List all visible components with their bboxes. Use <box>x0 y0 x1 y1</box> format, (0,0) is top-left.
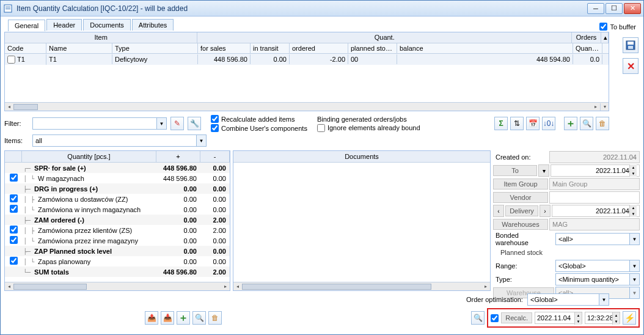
qty-row[interactable]: └─ SUM totals448 596.802.00 <box>5 267 230 277</box>
col-name[interactable]: Name <box>46 43 112 53</box>
recalc-date-field[interactable]: 2022.11.04▲▼ <box>535 312 582 324</box>
delivery-button[interactable]: Delivery <box>505 205 538 216</box>
col-code[interactable]: Code <box>5 43 46 53</box>
app-icon <box>3 4 13 13</box>
qty-row[interactable]: ├─ DRG in progress (+)0.000.00 <box>5 183 230 194</box>
warehouses-button[interactable]: Warehouses <box>493 219 548 230</box>
col-intransit[interactable]: in transit <box>251 43 290 53</box>
qty-row[interactable]: │ └ W magazynach448 596.800.00 <box>5 173 230 183</box>
scroll-up-icon[interactable]: ▴ <box>601 32 609 43</box>
qty-row-checkbox[interactable] <box>10 226 18 234</box>
recalc-checkbox[interactable] <box>491 314 499 322</box>
window-title: Item Quantity Calculation [IQC-10/22] - … <box>16 4 587 13</box>
qty-row[interactable]: │ └ Zamówiona w innych magazynach0.000.0… <box>5 204 230 215</box>
qty-row-checkbox[interactable] <box>10 174 18 182</box>
to-date-field[interactable]: 2022.11.04▲▼ <box>551 164 640 177</box>
zero-icon[interactable]: ↓0↓ <box>542 117 555 130</box>
qty-hscroll[interactable]: ◂▸ <box>5 282 230 290</box>
ignore-checkbox[interactable] <box>317 124 325 132</box>
to-dropdown-icon[interactable]: ▾ <box>538 164 549 177</box>
created-on-field: 2022.11.04 <box>549 151 640 163</box>
maximize-button[interactable]: ☐ <box>606 3 623 14</box>
item-group-button[interactable]: Item Group <box>493 179 548 190</box>
trash-icon[interactable]: 🗑 <box>596 117 609 130</box>
qty-row[interactable]: │ └ Zamówiona przez inne magazyny0.000.0… <box>5 235 230 246</box>
recalc-button[interactable]: Recalc. <box>501 312 532 323</box>
filter-label: Filter: <box>4 120 29 127</box>
qty-row-checkbox[interactable] <box>10 194 18 202</box>
minimize-button[interactable]: ─ <box>587 3 604 14</box>
grid-group-quant: Quant. <box>197 32 572 43</box>
qty-row[interactable]: │ ├ Zamówiona u dostawców (ZZ)0.000.00 <box>5 194 230 204</box>
grid-group-orders: Orders <box>572 32 601 43</box>
tab-attributes[interactable]: Attributes <box>132 19 174 31</box>
filter-edit-icon[interactable]: ✎ <box>170 117 184 130</box>
tab-bar: General Header Documents Attributes <box>4 17 177 31</box>
grid-group-item: Item <box>5 32 197 43</box>
items-combo[interactable]: all▼ <box>32 134 207 147</box>
sigma-icon[interactable]: Σ <box>494 117 508 130</box>
bonded-combo[interactable]: <all>▼ <box>555 233 640 245</box>
svg-rect-1 <box>5 7 10 7</box>
run-icon[interactable]: ⚡ <box>623 311 636 325</box>
svg-rect-5 <box>628 46 633 49</box>
row-checkbox[interactable] <box>7 56 15 64</box>
combine-checkbox[interactable] <box>211 124 219 132</box>
qty-row-checkbox[interactable] <box>10 205 18 213</box>
qty-row[interactable]: ├─ ZAP Planned stock level0.000.00 <box>5 246 230 256</box>
chevron-down-icon: ▼ <box>156 118 166 129</box>
import-icon[interactable]: 📥 <box>161 311 174 325</box>
recalc-time-field[interactable]: 12:32:28▲▼ <box>585 312 620 324</box>
find-icon[interactable]: 🔍 <box>192 311 206 325</box>
recalc-added-checkbox[interactable] <box>211 115 219 123</box>
titlebar: Item Quantity Calculation [IQC-10/22] - … <box>1 1 643 17</box>
qty-row-checkbox[interactable] <box>10 236 18 244</box>
delivery-next-icon[interactable]: › <box>540 205 551 217</box>
calendar-icon[interactable]: 📅 <box>526 117 540 130</box>
qty-row-checkbox[interactable] <box>10 257 18 265</box>
grid-hscroll[interactable]: ◂▸ ▾ <box>5 102 609 111</box>
range-combo[interactable]: <Global>▼ <box>555 260 640 272</box>
qty-row[interactable]: │ ├ Zamówiona przez klientów (ZS)0.002.0… <box>5 225 230 235</box>
to-buffer-checkbox[interactable] <box>599 23 607 31</box>
add-row-icon[interactable]: ＋ <box>177 311 190 325</box>
type-combo[interactable]: <Minimum quantity>▼ <box>555 273 640 285</box>
delete-icon[interactable]: ✕ <box>623 58 639 74</box>
vendor-field[interactable] <box>549 191 640 204</box>
item-grid: Item Quant. Orders ▴ Code Name Type for … <box>4 32 609 111</box>
filter-combo[interactable]: ▼ <box>32 117 167 130</box>
vendor-button[interactable]: Vendor <box>493 192 548 203</box>
filter-build-icon[interactable]: 🔧 <box>188 117 201 130</box>
side-form: Created on: 2022.11.04 To ▾ 2022.11.04▲▼… <box>493 150 640 291</box>
col-ordered[interactable]: ordered <box>290 43 348 53</box>
doc-search-icon[interactable]: 🔍 <box>471 311 485 325</box>
col-forsales[interactable]: for sales <box>198 43 251 53</box>
grid-row[interactable]: T1 T1 Deficytowy 448 596.80 0.00 -2.00 0… <box>5 54 609 65</box>
col-planned[interactable]: planned stocks <box>348 43 397 53</box>
col-balance[interactable]: balance <box>397 43 573 53</box>
doc-hscroll[interactable]: ◂▸ <box>233 282 490 290</box>
tab-header[interactable]: Header <box>46 19 82 31</box>
export-icon[interactable]: 📤 <box>145 311 158 325</box>
qty-row[interactable]: ┌─ SPR· for sale (+)448 596.800.00 <box>5 163 230 173</box>
qty-row[interactable]: │ └ Zapas planowany0.000.00 <box>5 256 230 267</box>
tab-general[interactable]: General <box>8 20 45 31</box>
remove-icon[interactable]: 🗑 <box>208 311 222 325</box>
tab-documents[interactable]: Documents <box>83 19 131 31</box>
close-button[interactable]: ✕ <box>624 3 641 14</box>
item-group-field: Main Group <box>549 178 640 190</box>
col-quantity[interactable]: Quantity <box>573 43 602 53</box>
search-icon[interactable]: 🔍 <box>580 117 593 130</box>
delivery-date-field[interactable]: 2022.11.04▲▼ <box>552 205 640 217</box>
order-opt-combo[interactable]: <Global>▼ <box>527 293 609 306</box>
documents-panel: Documents ◂▸ <box>233 150 491 291</box>
sort-icon[interactable]: ⇅ <box>510 117 524 130</box>
items-label: Items: <box>4 137 29 144</box>
save-icon[interactable] <box>623 37 639 53</box>
qty-row[interactable]: ├─ ZAM ordered (-)0.002.00 <box>5 215 230 225</box>
add-icon[interactable]: ＋ <box>564 117 577 130</box>
documents-header: Documents <box>233 151 490 163</box>
col-type[interactable]: Type <box>112 43 198 53</box>
delivery-prev-icon[interactable]: ‹ <box>493 205 504 217</box>
to-nav[interactable]: To <box>493 165 537 176</box>
